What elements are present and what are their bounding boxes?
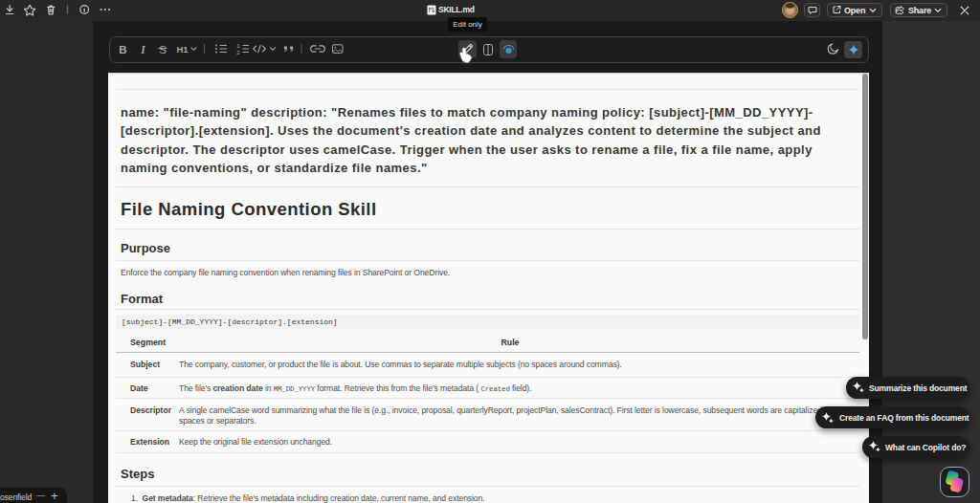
svg-text:B: B (119, 44, 126, 55)
svg-text:2: 2 (236, 50, 240, 55)
svg-text:S: S (159, 44, 167, 55)
svg-text:H1: H1 (176, 44, 189, 55)
svg-text:1: 1 (236, 43, 240, 49)
svg-text:I: I (140, 44, 145, 55)
